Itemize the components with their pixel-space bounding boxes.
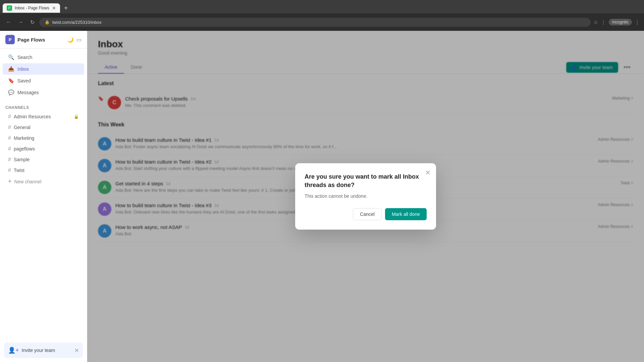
hash-icon: # — [8, 167, 11, 173]
channel-general-label: General — [14, 125, 79, 130]
modal-close-button[interactable]: ✕ — [425, 169, 431, 177]
sidebar-nav: 🔍 Search 📥 Inbox 🔖 Saved 💬 Messages — [0, 49, 87, 101]
sidebar-item-messages-label: Messages — [17, 90, 39, 95]
sidebar-item-admin-resources[interactable]: # Admin Resources 🔒 — [3, 112, 84, 122]
sidebar-item-saved-label: Saved — [17, 78, 31, 83]
inbox-icon: 📥 — [8, 66, 14, 72]
sidebar-item-search-label: Search — [17, 55, 32, 60]
sidebar-item-messages[interactable]: 💬 Messages — [3, 87, 84, 98]
lock-channel-icon: 🔒 — [74, 114, 79, 119]
browser-chrome: P Inbox - Page Flows ✕ + ← → ↻ 🔒 twist.c… — [0, 0, 644, 31]
address-bar[interactable]: 🔒 twist.com/a/225310/inbox — [39, 18, 591, 27]
messages-icon: 💬 — [8, 89, 14, 96]
saved-icon: 🔖 — [8, 78, 14, 84]
new-tab-button[interactable]: + — [61, 3, 71, 13]
lock-icon: 🔒 — [45, 20, 50, 24]
modal-actions: Cancel Mark all done — [305, 208, 427, 220]
sidebar-item-saved[interactable]: 🔖 Saved — [3, 75, 84, 86]
browser-address-bar: ← → ↻ 🔒 twist.com/a/225310/inbox ☆ ⋮ Inc… — [0, 13, 644, 31]
plus-icon: + — [8, 178, 12, 185]
channel-sample-label: Sample — [14, 157, 79, 162]
nav-refresh-button[interactable]: ↻ — [28, 18, 37, 27]
new-channel-label: New channel — [14, 179, 42, 184]
search-icon: 🔍 — [8, 54, 14, 60]
header-icons: 🌙 ▭ — [67, 37, 82, 43]
sidebar-item-pageflows[interactable]: # pageflows — [3, 144, 84, 154]
sidebar-item-marketing[interactable]: # Marketing — [3, 133, 84, 143]
sidebar-item-search[interactable]: 🔍 Search — [3, 52, 84, 63]
extensions-icon[interactable]: ⋮ — [635, 19, 640, 25]
hash-icon: # — [8, 114, 11, 120]
channels-section-header: Channels — [0, 101, 87, 111]
layout-icon[interactable]: ▭ — [76, 37, 82, 43]
main-content: Inbox Good evening Active Done 👤 Invite … — [87, 31, 644, 362]
nav-forward-button[interactable]: → — [16, 18, 25, 26]
sidebar-header: P Page Flows 🌙 ▭ — [0, 31, 87, 49]
sidebar: P Page Flows 🌙 ▭ 🔍 Search 📥 Inbox 🔖 Save… — [0, 31, 87, 362]
tab-favicon: P — [7, 5, 12, 11]
cancel-button[interactable]: Cancel — [353, 208, 382, 220]
hash-icon: # — [8, 157, 11, 163]
channel-marketing-label: Marketing — [14, 135, 79, 141]
url-text: twist.com/a/225310/inbox — [52, 20, 102, 25]
sidebar-item-twist[interactable]: # Twist — [3, 165, 84, 175]
invite-icon: 👤+ — [8, 347, 19, 354]
modal-body: This action cannot be undone. — [305, 193, 427, 199]
invite-team-label: Invite your team — [22, 348, 72, 353]
hash-icon: # — [8, 124, 11, 130]
workspace-icon: P — [5, 35, 15, 44]
hash-icon: # — [8, 135, 11, 141]
browser-tab-bar: P Inbox - Page Flows ✕ + — [0, 0, 644, 13]
incognito-badge: Incognito — [609, 19, 632, 25]
browser-tab-active[interactable]: P Inbox - Page Flows ✕ — [3, 3, 60, 13]
browser-actions: ☆ ⋮ Incognito ⋮ — [593, 19, 640, 25]
moon-icon[interactable]: 🌙 — [67, 37, 74, 43]
invite-team-banner[interactable]: 👤+ Invite your team ✕ — [4, 343, 83, 358]
invite-close-icon[interactable]: ✕ — [74, 347, 79, 354]
sidebar-item-sample[interactable]: # Sample — [3, 155, 84, 165]
sidebar-item-general[interactable]: # General — [3, 122, 84, 132]
bookmark-star-icon[interactable]: ☆ — [593, 19, 598, 25]
browser-menu-icon[interactable]: ⋮ — [601, 19, 606, 25]
confirmation-modal: ✕ Are you sure you want to mark all Inbo… — [295, 163, 436, 230]
modal-overlay: ✕ Are you sure you want to mark all Inbo… — [87, 31, 644, 362]
new-channel-button[interactable]: + New channel — [3, 176, 84, 187]
hash-icon: # — [8, 146, 11, 152]
nav-back-button[interactable]: ← — [4, 18, 13, 26]
mark-all-done-button[interactable]: Mark all done — [385, 208, 427, 220]
workspace-name: Page Flows — [17, 37, 64, 43]
channel-pageflows-label: pageflows — [14, 146, 79, 152]
sidebar-item-inbox-label: Inbox — [17, 66, 29, 72]
modal-title: Are you sure you want to mark all Inbox … — [305, 173, 427, 189]
app-container: P Page Flows 🌙 ▭ 🔍 Search 📥 Inbox 🔖 Save… — [0, 31, 644, 362]
sidebar-item-inbox[interactable]: 📥 Inbox — [3, 63, 84, 75]
tab-title-text: Inbox - Page Flows — [15, 6, 49, 10]
channel-twist-label: Twist — [14, 168, 79, 173]
channel-admin-resources-label: Admin Resources — [14, 114, 71, 119]
tab-close-icon[interactable]: ✕ — [52, 5, 56, 11]
